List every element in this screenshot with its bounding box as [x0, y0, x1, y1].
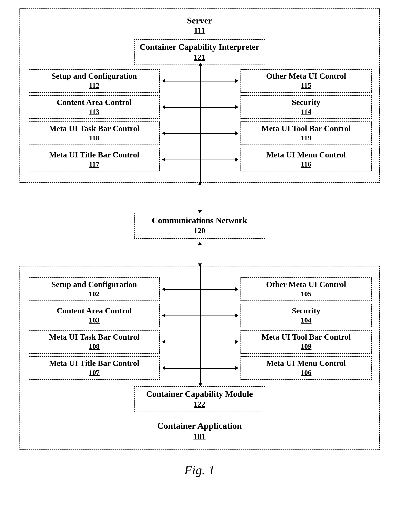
- toolbar-box: Meta UI Tool Bar Control 119: [241, 121, 372, 145]
- box-ref: 113: [31, 108, 158, 116]
- arrow-left-icon: [162, 314, 165, 317]
- box-ref: 107: [31, 369, 158, 377]
- link-network-container: [20, 242, 380, 266]
- connector-line: [165, 316, 235, 316]
- connector-line: [165, 342, 235, 342]
- box-ref: 112: [31, 82, 158, 89]
- interpreter-box: Container Capability Interpreter 121: [134, 39, 265, 65]
- interpreter-ref: 121: [137, 53, 262, 62]
- table-row: Meta UI Task Bar Control 118 Meta UI Too…: [29, 121, 372, 145]
- titlebar-box: Meta UI Title Bar Control 107: [29, 356, 160, 380]
- box-title: Meta UI Task Bar Control: [31, 332, 158, 342]
- box-title: Security: [243, 306, 370, 315]
- link-server-network: [20, 183, 380, 213]
- table-row: Meta UI Title Bar Control 117 Meta UI Me…: [29, 148, 372, 171]
- arrow-right-icon: [235, 131, 238, 135]
- box-title: Meta UI Menu Control: [243, 150, 370, 159]
- box-ref: 115: [243, 82, 370, 89]
- connector-area: [162, 95, 238, 119]
- arrow-left-icon: [162, 105, 165, 109]
- arrow-up-icon: [198, 182, 202, 185]
- setup-config-box: Setup and Configuration 102: [29, 278, 160, 301]
- table-row: Meta UI Task Bar Control 108 Meta UI Too…: [29, 330, 372, 354]
- arrow-left-icon: [162, 79, 165, 83]
- arrow-left-icon: [162, 158, 165, 161]
- connector-line: [165, 159, 235, 160]
- table-row: Meta UI Title Bar Control 107 Meta UI Me…: [29, 356, 372, 380]
- box-title: Setup and Configuration: [31, 280, 158, 289]
- arrow-left-icon: [162, 366, 165, 370]
- arrow-left-icon: [162, 131, 165, 135]
- setup-config-box: Setup and Configuration 112: [29, 69, 160, 93]
- connector-line: [165, 289, 235, 290]
- server-rows: Setup and Configuration 112 Other Meta U…: [29, 69, 372, 171]
- box-title: Setup and Configuration: [31, 71, 158, 81]
- box-ref: 106: [243, 369, 370, 377]
- network-ref: 120: [137, 226, 262, 235]
- box-ref: 116: [243, 160, 370, 168]
- container-box: Setup and Configuration 102 Other Meta U…: [20, 266, 380, 450]
- other-meta-ui-box: Other Meta UI Control 105: [241, 278, 372, 301]
- module-ref: 122: [137, 400, 262, 409]
- vertical-line: [200, 183, 200, 213]
- arrow-right-icon: [235, 158, 238, 161]
- table-row: Content Area Control 113 Security 114: [29, 95, 372, 119]
- taskbar-box: Meta UI Task Bar Control 118: [29, 121, 160, 145]
- box-ref: 117: [31, 160, 158, 168]
- box-title: Meta UI Menu Control: [243, 359, 370, 368]
- box-title: Meta UI Task Bar Control: [31, 124, 158, 133]
- box-title: Meta UI Title Bar Control: [31, 150, 158, 159]
- connector-line: [165, 81, 235, 82]
- server-title: Server: [29, 15, 371, 25]
- table-row: Setup and Configuration 102 Other Meta U…: [29, 278, 372, 301]
- connector-area: [162, 330, 238, 354]
- box-ref: 102: [31, 290, 158, 298]
- connector-area: [162, 278, 238, 301]
- vertical-line: [200, 242, 200, 266]
- table-row: Content Area Control 103 Security 104: [29, 304, 372, 327]
- arrow-up-icon: [199, 63, 202, 66]
- table-row: Setup and Configuration 112 Other Meta U…: [29, 69, 372, 93]
- box-ref: 105: [243, 290, 370, 298]
- taskbar-box: Meta UI Task Bar Control 108: [29, 330, 160, 354]
- box-title: Content Area Control: [31, 98, 158, 107]
- arrow-right-icon: [235, 340, 238, 344]
- arrow-up-icon: [198, 242, 202, 245]
- figure-caption: Fig. 1: [9, 463, 390, 477]
- box-ref: 108: [31, 342, 158, 350]
- box-title: Meta UI Title Bar Control: [31, 359, 158, 368]
- box-title: Other Meta UI Control: [243, 71, 370, 81]
- box-title: Other Meta UI Control: [243, 280, 370, 289]
- connector-area: [162, 148, 238, 171]
- connector-area: [162, 69, 238, 93]
- toolbar-box: Meta UI Tool Bar Control 109: [241, 330, 372, 354]
- box-ref: 103: [31, 316, 158, 324]
- module-title: Container Capability Module: [137, 389, 262, 399]
- module-box: Container Capability Module 122: [134, 386, 265, 412]
- container-title: Container Application: [29, 421, 371, 431]
- connector-area: [162, 304, 238, 327]
- box-title: Meta UI Tool Bar Control: [243, 124, 370, 133]
- connector-line: [165, 368, 235, 369]
- arrow-right-icon: [235, 105, 238, 109]
- other-meta-ui-box: Other Meta UI Control 115: [241, 69, 372, 93]
- network-title: Communications Network: [137, 215, 262, 225]
- box-ref: 114: [243, 108, 370, 116]
- arrow-right-icon: [235, 287, 238, 291]
- arrow-left-icon: [162, 287, 165, 291]
- box-ref: 119: [243, 134, 370, 142]
- content-area-box: Content Area Control 103: [29, 304, 160, 327]
- arrow-right-icon: [235, 79, 238, 83]
- menu-box: Meta UI Menu Control 106: [241, 356, 372, 380]
- arrow-down-icon: [198, 210, 202, 213]
- content-area-box: Content Area Control 113: [29, 95, 160, 119]
- figure-1: Server 111 Container Capability Interpre…: [9, 8, 390, 477]
- box-title: Content Area Control: [31, 306, 158, 315]
- security-box: Security 104: [241, 304, 372, 327]
- box-title: Meta UI Tool Bar Control: [243, 332, 370, 342]
- connector-area: [162, 121, 238, 145]
- container-ref: 101: [29, 432, 371, 441]
- server-box: Server 111 Container Capability Interpre…: [20, 8, 380, 183]
- connector-area: [162, 356, 238, 380]
- box-ref: 118: [31, 134, 158, 142]
